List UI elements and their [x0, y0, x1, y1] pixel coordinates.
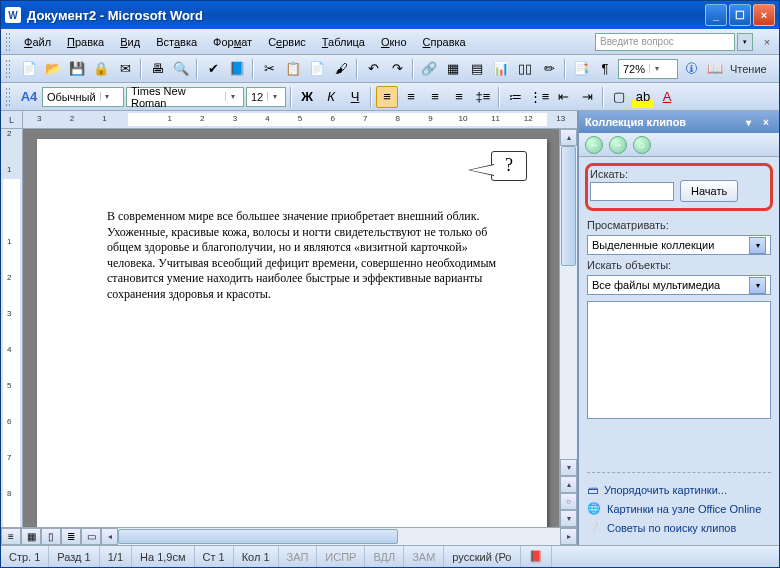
font-combo[interactable]: Times New Roman▾: [126, 87, 244, 107]
drawing-icon[interactable]: ✏: [538, 58, 560, 80]
taskpane-close-icon[interactable]: ×: [759, 115, 773, 129]
numbering-icon[interactable]: ≔: [504, 86, 526, 108]
hscroll-thumb[interactable]: [118, 529, 398, 544]
minimize-button[interactable]: _: [705, 4, 727, 26]
style-combo[interactable]: Обычный▾: [42, 87, 124, 107]
outdent-icon[interactable]: ⇤: [552, 86, 574, 108]
format-painter-icon[interactable]: 🖌: [330, 58, 352, 80]
redo-icon[interactable]: ↷: [386, 58, 408, 80]
menu-file[interactable]: Файл: [16, 33, 59, 51]
vertical-ruler[interactable]: 211234567891011: [1, 129, 23, 527]
excel-icon[interactable]: 📊: [490, 58, 512, 80]
nav-back-icon[interactable]: ←: [585, 136, 603, 154]
browse-object-icon[interactable]: ○: [560, 493, 577, 510]
bullets-icon[interactable]: ⋮≡: [528, 86, 550, 108]
scroll-thumb[interactable]: [561, 146, 576, 266]
align-center-icon[interactable]: ≡: [400, 86, 422, 108]
fontsize-combo[interactable]: 12▾: [246, 87, 286, 107]
status-fix[interactable]: ИСПР: [317, 546, 365, 567]
nav-forward-icon[interactable]: →: [609, 136, 627, 154]
paste-icon[interactable]: 📄: [306, 58, 328, 80]
menu-insert[interactable]: Вставка: [148, 33, 205, 51]
search-input[interactable]: [590, 182, 674, 201]
line-spacing-icon[interactable]: ‡≡: [472, 86, 494, 108]
help-dropdown-icon[interactable]: ▾: [737, 33, 753, 51]
scroll-right-icon[interactable]: ▸: [560, 528, 577, 545]
underline-icon[interactable]: Ч: [344, 86, 366, 108]
close-button[interactable]: ×: [753, 4, 775, 26]
align-right-icon[interactable]: ≡: [424, 86, 446, 108]
help-search-input[interactable]: Введите вопрос: [595, 33, 735, 51]
document-page[interactable]: В современном мире все большее значение …: [37, 139, 547, 527]
borders-icon[interactable]: ▢: [608, 86, 630, 108]
mail-icon[interactable]: ✉: [114, 58, 136, 80]
save-icon[interactable]: 💾: [66, 58, 88, 80]
bold-icon[interactable]: Ж: [296, 86, 318, 108]
next-page-icon[interactable]: ▾: [560, 510, 577, 527]
web-view-icon[interactable]: ▦: [21, 528, 41, 545]
permissions-icon[interactable]: 🔒: [90, 58, 112, 80]
outline-view-icon[interactable]: ≣: [61, 528, 81, 545]
columns-icon[interactable]: ▯▯: [514, 58, 536, 80]
indent-icon[interactable]: ⇥: [576, 86, 598, 108]
align-justify-icon[interactable]: ≡: [448, 86, 470, 108]
zoom-combo[interactable]: 72%▾: [618, 59, 678, 79]
scroll-left-icon[interactable]: ◂: [101, 528, 118, 545]
copy-icon[interactable]: 📋: [282, 58, 304, 80]
objects-select[interactable]: Все файлы мультимедиа▾: [587, 275, 771, 295]
status-rec[interactable]: ЗАП: [279, 546, 318, 567]
menu-service[interactable]: Сервис: [260, 33, 314, 51]
insert-table-icon[interactable]: ▤: [466, 58, 488, 80]
print-view-icon[interactable]: ▯: [41, 528, 61, 545]
maximize-button[interactable]: ☐: [729, 4, 751, 26]
status-ext[interactable]: ВДЛ: [365, 546, 404, 567]
menu-window[interactable]: Окно: [373, 33, 415, 51]
scroll-up-icon[interactable]: ▴: [560, 129, 577, 146]
vertical-scrollbar[interactable]: ▴ ▾ ▴ ○ ▾: [559, 129, 577, 527]
prev-page-icon[interactable]: ▴: [560, 476, 577, 493]
show-marks-icon[interactable]: ¶: [594, 58, 616, 80]
nav-home-icon[interactable]: ⌂: [633, 136, 651, 154]
print-icon[interactable]: 🖶: [146, 58, 168, 80]
spellcheck-icon[interactable]: ✔: [202, 58, 224, 80]
italic-icon[interactable]: К: [320, 86, 342, 108]
menu-table[interactable]: Таблица: [314, 33, 373, 51]
online-link[interactable]: 🌐Картинки на узле Office Online: [587, 499, 771, 518]
start-button[interactable]: Начать: [680, 180, 738, 202]
toolbar-grip[interactable]: [5, 59, 12, 79]
align-left-icon[interactable]: ≡: [376, 86, 398, 108]
help-icon[interactable]: 🛈: [680, 58, 702, 80]
menu-close-icon[interactable]: ×: [759, 34, 775, 50]
hyperlink-icon[interactable]: 🔗: [418, 58, 440, 80]
menu-help[interactable]: Справка: [415, 33, 474, 51]
status-lang[interactable]: русский (Ро: [444, 546, 520, 567]
status-ovr[interactable]: ЗАМ: [404, 546, 444, 567]
document-text[interactable]: В современном мире все большее значение …: [107, 209, 497, 303]
open-icon[interactable]: 📂: [42, 58, 64, 80]
cut-icon[interactable]: ✂: [258, 58, 280, 80]
document-map-icon[interactable]: 📑: [570, 58, 592, 80]
menu-edit[interactable]: Правка: [59, 33, 112, 51]
reading-icon[interactable]: 📖: [704, 58, 726, 80]
reading-view-icon[interactable]: ▭: [81, 528, 101, 545]
menu-format[interactable]: Формат: [205, 33, 260, 51]
tips-link[interactable]: ❔Советы по поиску клипов: [587, 518, 771, 537]
reading-label[interactable]: Чтение: [730, 63, 767, 75]
status-book-icon[interactable]: 📕: [521, 546, 552, 567]
toolbar-grip[interactable]: [5, 32, 12, 52]
horizontal-scrollbar[interactable]: ◂ ▸: [101, 528, 577, 545]
normal-view-icon[interactable]: ≡: [1, 528, 21, 545]
organize-link[interactable]: 🗃Упорядочить картинки...: [587, 481, 771, 499]
undo-icon[interactable]: ↶: [362, 58, 384, 80]
font-color-icon[interactable]: A: [656, 86, 678, 108]
taskpane-dropdown-icon[interactable]: ▾: [741, 115, 755, 129]
preview-icon[interactable]: 🔍: [170, 58, 192, 80]
scroll-down-icon[interactable]: ▾: [560, 459, 577, 476]
browse-select[interactable]: Выделенные коллекции▾: [587, 235, 771, 255]
tables-borders-icon[interactable]: ▦: [442, 58, 464, 80]
toolbar-grip[interactable]: [5, 87, 12, 107]
menu-view[interactable]: Вид: [112, 33, 148, 51]
style-indicator-icon[interactable]: A4: [18, 86, 40, 108]
new-doc-icon[interactable]: 📄: [18, 58, 40, 80]
horizontal-ruler[interactable]: 32112345678910111213: [23, 111, 577, 129]
